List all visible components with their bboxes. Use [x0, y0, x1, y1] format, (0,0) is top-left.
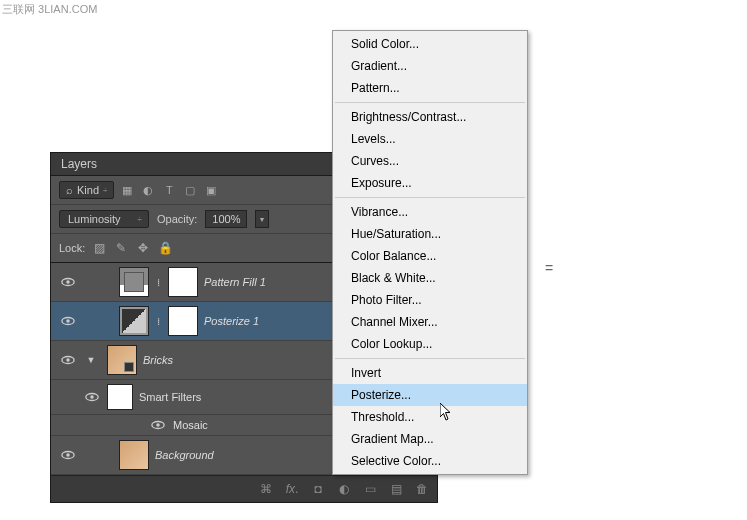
menu-solid-color[interactable]: Solid Color...: [333, 33, 527, 55]
lock-move-icon[interactable]: ✥: [135, 240, 151, 256]
layer-thumb: [107, 345, 137, 375]
layer-thumb: [119, 306, 149, 336]
menu-color-balance[interactable]: Color Balance...: [333, 245, 527, 267]
adjustment-button[interactable]: ◐: [335, 480, 353, 498]
blend-mode-select[interactable]: Luminosity÷: [59, 210, 149, 228]
panel-footer: ⌘ fx. ◘ ◐ ▭ ▤ 🗑: [51, 475, 437, 502]
filter-shape-icon[interactable]: ▢: [182, 182, 198, 198]
visibility-icon[interactable]: [61, 316, 75, 326]
filter-pixel-icon[interactable]: ▦: [119, 182, 135, 198]
menu-gradient[interactable]: Gradient...: [333, 55, 527, 77]
menu-hue-saturation[interactable]: Hue/Saturation...: [333, 223, 527, 245]
visibility-icon[interactable]: [151, 420, 165, 430]
fx-button[interactable]: fx.: [283, 480, 301, 498]
menu-pattern[interactable]: Pattern...: [333, 77, 527, 99]
opacity-input[interactable]: 100%: [205, 210, 247, 228]
menu-posterize[interactable]: Posterize...: [333, 384, 527, 406]
svg-point-7: [90, 395, 94, 399]
menu-exposure[interactable]: Exposure...: [333, 172, 527, 194]
opacity-arrow[interactable]: ▾: [255, 210, 269, 228]
menu-invert[interactable]: Invert: [333, 362, 527, 384]
filter-kind-select[interactable]: ⌕Kind÷: [59, 181, 114, 199]
menu-vibrance[interactable]: Vibrance...: [333, 201, 527, 223]
smart-object-badge: [124, 362, 134, 372]
group-button[interactable]: ▭: [361, 480, 379, 498]
menu-selective-color[interactable]: Selective Color...: [333, 450, 527, 472]
menu-separator: [335, 197, 525, 198]
menu-color-lookup[interactable]: Color Lookup...: [333, 333, 527, 355]
filter-smart-icon[interactable]: ▣: [203, 182, 219, 198]
menu-threshold[interactable]: Threshold...: [333, 406, 527, 428]
adjustment-context-menu: Solid Color... Gradient... Pattern... Br…: [332, 30, 528, 475]
watermark-text: 三联网 3LIAN.COM: [2, 2, 97, 17]
visibility-icon[interactable]: [61, 277, 75, 287]
filter-type-icon[interactable]: T: [161, 182, 177, 198]
new-layer-button[interactable]: ▤: [387, 480, 405, 498]
menu-curves[interactable]: Curves...: [333, 150, 527, 172]
lock-brush-icon[interactable]: ✎: [113, 240, 129, 256]
layer-thumb: [119, 440, 149, 470]
menu-levels[interactable]: Levels...: [333, 128, 527, 150]
menu-gradient-map[interactable]: Gradient Map...: [333, 428, 527, 450]
filter-thumb: [107, 384, 133, 410]
expand-icon[interactable]: ▼: [85, 355, 97, 365]
lock-all-icon[interactable]: 🔒: [157, 240, 173, 256]
layer-thumb: [119, 267, 149, 297]
svg-point-1: [66, 280, 70, 284]
mask-button[interactable]: ◘: [309, 480, 327, 498]
menu-channel-mixer[interactable]: Channel Mixer...: [333, 311, 527, 333]
visibility-icon[interactable]: [61, 450, 75, 460]
cursor-icon: [440, 403, 454, 425]
lock-label: Lock:: [59, 242, 85, 254]
visibility-icon[interactable]: [61, 355, 75, 365]
filter-adjust-icon[interactable]: ◐: [140, 182, 156, 198]
menu-separator: [335, 102, 525, 103]
svg-point-9: [156, 423, 160, 427]
svg-point-3: [66, 319, 70, 323]
link-button[interactable]: ⌘: [257, 480, 275, 498]
menu-separator: [335, 358, 525, 359]
mask-thumb: [168, 267, 198, 297]
menu-photo-filter[interactable]: Photo Filter...: [333, 289, 527, 311]
link-icon: ⁞: [157, 277, 160, 288]
lock-transparent-icon[interactable]: ▨: [91, 240, 107, 256]
menu-black-white[interactable]: Black & White...: [333, 267, 527, 289]
svg-point-11: [66, 453, 70, 457]
menu-brightness-contrast[interactable]: Brightness/Contrast...: [333, 106, 527, 128]
mask-thumb: [168, 306, 198, 336]
opacity-label: Opacity:: [157, 213, 197, 225]
delete-button[interactable]: 🗑: [413, 480, 431, 498]
visibility-icon[interactable]: [85, 392, 99, 402]
link-icon: ⁞: [157, 316, 160, 327]
svg-point-5: [66, 358, 70, 362]
equals-sign: =: [545, 260, 553, 276]
